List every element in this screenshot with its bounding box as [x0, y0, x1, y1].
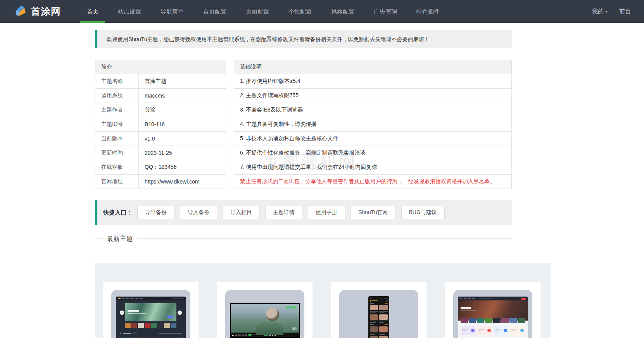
nav-item-page-config[interactable]: 页面配置: [236, 0, 279, 23]
table-row: 4. 主题具备可复制性，请勿传播: [234, 117, 512, 132]
instruction-item: 6. 不提供个性化修改服务，高端定制请联系客服洽谈: [234, 146, 512, 160]
instruction-item: 3. 不兼容IE8及以下浏览器: [234, 103, 512, 117]
shoutu-official-site-button[interactable]: ShouTu官网: [350, 206, 396, 219]
table-row: 主题名称 首涂主题: [95, 74, 226, 89]
latest-themes-header: 最新主题: [95, 234, 512, 243]
theme-card-desktop-light[interactable]: [445, 282, 540, 338]
play-icon: ▶: [232, 334, 234, 336]
info-tables: 简介 主题名称 首涂主题 适用系统 maccms 主题作者 首涂 主题ID号 B…: [95, 60, 512, 189]
row-label: 主题作者: [95, 103, 139, 117]
row-value: v1.0: [139, 132, 226, 146]
preview-poster-strip: [125, 323, 176, 328]
info-table-title: 基础说明: [234, 60, 512, 74]
play-overlay-icon: ▶: [292, 327, 297, 330]
official-site-url: https://www.dkewl.com: [139, 175, 226, 189]
row-label: 官网地址: [95, 175, 139, 189]
player-time: 00:01/3:13: [238, 334, 247, 336]
nav-item-personal-config[interactable]: 个性配置: [279, 0, 321, 23]
my-dropdown-label: 我的: [592, 8, 604, 15]
import-backup-button[interactable]: 导入备份: [180, 206, 217, 219]
player-video-frame: 首涂模板 ▶: [231, 304, 299, 333]
quick-entry-bar: 快捷入口： 导出备份 导入备份 导入栏目 主题详情 使用手册 ShouTu官网 …: [95, 200, 512, 225]
section-title: 最新主题: [107, 234, 133, 243]
logo-text: 首涂网: [31, 5, 61, 18]
app-grid: [370, 326, 388, 338]
table-row: 2. 主题文件读写权限755: [234, 89, 512, 103]
row-value: 首涂: [139, 103, 226, 117]
row-label: 适用系统: [95, 89, 139, 103]
instruction-item: 4. 主题具备可复制性，请勿传播: [234, 117, 512, 132]
carousel-next-icon: ›: [178, 311, 182, 315]
quick-entry-label: 快捷入口：: [103, 209, 132, 216]
top-navbar: 首涂网 首页 站点设置 导航菜单 首页配置 页面配置 个性配置 风格配置 广告管…: [0, 0, 644, 23]
search-icon: [386, 300, 388, 302]
intro-table: 简介 主题名称 首涂主题 适用系统 maccms 主题作者 首涂 主题ID号 B…: [95, 60, 226, 189]
nav-item-ad-manage[interactable]: 广告管理: [364, 0, 407, 23]
player-toggle: [248, 334, 252, 336]
preview-hero-banner: [125, 303, 176, 321]
instruction-item: 2. 主题文件读写权限755: [234, 89, 512, 103]
row-label: 主题名称: [95, 74, 139, 89]
bug-suggestion-button[interactable]: BUG与建议: [401, 206, 445, 219]
latest-themes-section: ‹ ›: [95, 263, 551, 338]
carousel-prev-icon: ‹: [120, 311, 124, 315]
table-row: 1. 推荐使用PHP版本≥5.4: [234, 74, 512, 89]
app-header: [370, 300, 388, 302]
nav-item-plugins[interactable]: 特色插件: [407, 0, 449, 23]
preview-section-header: [120, 332, 182, 334]
row-value: QQ：123456: [139, 160, 226, 175]
row-label: 当前版本: [95, 132, 139, 146]
theme-detail-button[interactable]: 主题详情: [265, 206, 302, 219]
row-value: 2023-11-25: [139, 146, 226, 160]
nav-item-home[interactable]: 首页: [77, 0, 108, 23]
theme-card-desktop-dark[interactable]: ‹ ›: [103, 282, 199, 338]
preview-login-button: [521, 298, 526, 300]
theme-thumbnail[interactable]: 首涂模板 ▶ ▶ ◀ 00:01/3:13: [225, 290, 304, 338]
site-logo[interactable]: 首涂网: [14, 5, 61, 19]
header-right: 我的 ▾ 前台: [592, 8, 631, 15]
theme-thumbnail[interactable]: ‹ ›: [111, 290, 190, 338]
welcome-notice: 欢迎使用ShouTu主题，您已获得授权使用本主题管理系统，在您配置或修改文件前请…: [95, 30, 512, 48]
theme-preview-image: ‹ ›: [116, 297, 186, 338]
export-backup-button[interactable]: 导出备份: [137, 206, 174, 219]
theme-preview-image: 首涂模板 ▶ ▶ ◀ 00:01/3:13: [230, 303, 300, 338]
table-row: 适用系统 maccms: [95, 89, 226, 103]
table-row: 5. 非技术人员请勿私自修改主题核心文件: [234, 132, 512, 146]
user-manual-button[interactable]: 使用手册: [308, 206, 345, 219]
nav-item-homepage-config[interactable]: 首页配置: [193, 0, 236, 23]
shoutu-logo-icon: [14, 5, 27, 19]
row-value: B10-116: [139, 117, 226, 132]
intro-table-title: 简介: [95, 60, 226, 74]
frontend-link[interactable]: 前台: [619, 8, 631, 15]
app-grid: [370, 305, 388, 323]
table-row: 官网地址 https://www.dkewl.com: [95, 175, 226, 189]
row-value: maccms: [139, 89, 226, 103]
table-header-row: 简介: [95, 60, 226, 74]
theme-thumbnail[interactable]: [453, 290, 532, 338]
theme-preview-image: [368, 296, 389, 338]
table-row: 7. 使用中出现问题请提交工单，我们会在24小时内回复你: [234, 160, 512, 175]
basic-instructions-table: 基础说明 1. 推荐使用PHP版本≥5.4 2. 主题文件读写权限755 3. …: [234, 60, 512, 189]
import-category-button[interactable]: 导入栏目: [223, 206, 260, 219]
table-row: 禁止任何形式的二次出售、分享他人等侵害作者及正版用户的行为，一经发现取消授权资格…: [234, 175, 512, 189]
preview-navbar: [458, 297, 528, 300]
theme-card-mobile[interactable]: [331, 282, 426, 338]
table-row: 更新时间 2023-11-25: [95, 146, 226, 160]
table-row: 主题ID号 B10-116: [95, 117, 226, 132]
nav-item-site-settings[interactable]: 站点设置: [108, 0, 151, 23]
table-row: 6. 不提供个性化修改服务，高端定制请联系客服洽谈: [234, 146, 512, 160]
row-label: 更新时间: [95, 146, 139, 160]
row-label: 主题ID号: [95, 117, 139, 132]
nav-item-style-config[interactable]: 风格配置: [321, 0, 364, 23]
nav-item-nav-menu[interactable]: 导航菜单: [151, 0, 193, 23]
volume-icon: ◀: [235, 334, 237, 336]
preview-feature-cards: [461, 326, 525, 335]
theme-thumbnail[interactable]: [339, 290, 418, 338]
instruction-item: 5. 非技术人员请勿私自修改主题核心文件: [234, 132, 512, 146]
instruction-item: 7. 使用中出现问题请提交工单，我们会在24小时内回复你: [234, 160, 512, 175]
theme-card-video-player[interactable]: 首涂模板 ▶ ▶ ◀ 00:01/3:13: [217, 282, 313, 338]
theme-preview-image: [458, 297, 528, 338]
frontend-link-label: 前台: [619, 8, 631, 15]
my-dropdown[interactable]: 我的 ▾: [592, 8, 608, 15]
row-value: 首涂主题: [139, 74, 226, 89]
